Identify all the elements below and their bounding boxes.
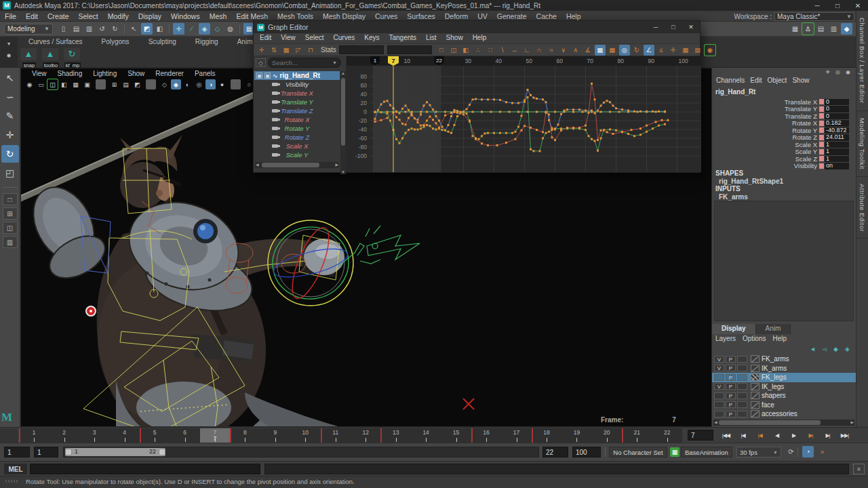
layer-playback-toggle[interactable]: P <box>726 392 736 399</box>
channel-box-menu-item[interactable]: Show <box>791 77 813 84</box>
absolute-view-icon[interactable]: □ <box>436 45 447 56</box>
shelf-button[interactable]: ▲ toolbo <box>42 48 60 68</box>
graph-editor-menu-item[interactable]: Keys <box>359 34 384 43</box>
menu-item[interactable]: Edit <box>21 12 43 21</box>
scroll-right-icon[interactable]: ▶ <box>850 420 854 424</box>
range-slider-track[interactable]: 1 22 <box>63 447 539 458</box>
layer-type-icon[interactable] <box>751 401 760 409</box>
panel-menu-item[interactable]: View <box>26 69 52 79</box>
menu-set-dropdown[interactable]: Modeling▼ <box>4 24 53 35</box>
solo-toggle-icon[interactable]: ▣ <box>264 73 271 79</box>
select-component-icon[interactable]: ◧ <box>154 23 165 35</box>
layer-playback-toggle[interactable]: P <box>726 356 736 363</box>
minimize-button[interactable]: ─ <box>647 24 665 30</box>
channel-value-field[interactable]: 0.182 <box>825 120 849 127</box>
step-back-frame-button[interactable]: |◀ <box>734 428 751 442</box>
shaded-icon[interactable]: ◆ <box>171 79 181 89</box>
layer-row[interactable]: P accessories <box>712 409 856 419</box>
attribute-editor-toggle-icon[interactable]: ▥ <box>828 23 840 35</box>
auto-keyframe-toggle[interactable]: ◔ <box>802 446 814 458</box>
undo-icon[interactable]: ↺ <box>96 23 108 35</box>
graph-editor-titlebar[interactable]: M Graph Editor ─ □ ✕ <box>254 21 700 33</box>
graph-editor-menu-item[interactable]: Curves <box>329 34 360 43</box>
snap-plane-icon[interactable]: ◇ <box>212 23 223 35</box>
playback-loop-icon[interactable]: ⟳ <box>785 446 797 458</box>
outliner-channel-row[interactable]: Translate Y <box>254 98 340 106</box>
outliner-channel-row[interactable]: Scale X <box>254 142 340 150</box>
shape-node-name[interactable]: rig_Hand_RtShape1 <box>719 178 783 185</box>
wireframe-icon[interactable]: ◇ <box>159 79 170 89</box>
free-tangent-weight-icon[interactable]: ∡ <box>583 45 593 56</box>
channel-box-menu-item[interactable]: Object <box>766 77 791 84</box>
layer-row[interactable]: V P FK_arms <box>712 354 856 364</box>
insert-keys-icon[interactable]: ⇅ <box>269 45 279 56</box>
mel-toggle-button[interactable]: MEL <box>4 464 27 474</box>
layer-editor-menu-item[interactable]: Help <box>770 335 791 342</box>
layer-playback-toggle[interactable]: P <box>726 411 736 418</box>
move-layer-down-icon[interactable]: ◅ <box>819 344 829 353</box>
layer-row[interactable]: V P IK_arms <box>712 364 856 373</box>
layer-row[interactable]: P FK_legs <box>712 373 856 382</box>
layer-editor-hscrollbar[interactable]: ◀ ▶ <box>713 420 854 426</box>
channel-row[interactable]: Visibility on <box>712 163 856 170</box>
panel-menu-item[interactable]: Show <box>122 69 150 79</box>
menu-item[interactable]: Surfaces <box>402 12 439 21</box>
scroll-left-icon[interactable]: ◀ <box>714 420 717 424</box>
channel-value-field[interactable]: 24.011 <box>825 134 849 141</box>
post-infinity-icon[interactable]: ≤ <box>656 45 667 56</box>
layer-editor-menu-item[interactable]: Options <box>741 335 770 342</box>
graph-editor-menu-item[interactable]: View <box>276 34 300 43</box>
film-fit-icon[interactable]: ▤ <box>121 79 131 89</box>
sidebar-tab[interactable]: Modeling Toolkit <box>856 111 868 177</box>
panel-menu-item[interactable]: Shading <box>52 69 88 79</box>
redo-icon[interactable]: ↻ <box>109 23 121 35</box>
channel-row[interactable]: Scale X 1 <box>712 141 856 148</box>
layer-row[interactable]: V P IK_legs <box>712 382 856 392</box>
close-button[interactable]: ✕ <box>848 2 868 9</box>
channel-row[interactable]: Rotate X 0.182 <box>712 120 856 127</box>
step-back-key-button[interactable]: |◀ <box>751 428 768 442</box>
move-tool[interactable]: ✛ <box>1 126 19 144</box>
time-slider-ruler[interactable]: 712345678910111213141516171819202122 <box>19 428 682 443</box>
open-scene-icon[interactable]: ▤ <box>71 23 82 35</box>
layout-single-pane[interactable]: □ <box>3 193 18 205</box>
command-input[interactable] <box>30 464 260 474</box>
close-button[interactable]: ✕ <box>682 24 700 30</box>
separator[interactable] <box>231 79 241 89</box>
layer-display-toggle[interactable] <box>737 365 747 371</box>
panel-menu-item[interactable]: Renderer <box>150 69 189 79</box>
minimize-button[interactable]: ─ <box>807 2 827 9</box>
safe-action-icon[interactable]: ▣ <box>82 79 92 89</box>
layout-two-pane[interactable]: ◫ <box>3 222 18 234</box>
modeling-toolkit-icon[interactable]: ▦ <box>789 23 801 35</box>
outliner-channel-row[interactable]: Scale Y <box>254 150 340 159</box>
region-tool-icon[interactable]: ◸ <box>293 45 304 56</box>
menu-item[interactable]: Windows <box>166 12 205 21</box>
menu-item[interactable]: UV <box>473 12 492 21</box>
channel-value-field[interactable]: -40.872 <box>825 127 849 134</box>
layer-type-icon[interactable] <box>751 410 760 418</box>
scale-tool[interactable]: ◰ <box>1 164 19 182</box>
outliner-node-row[interactable]: ▣ ▣ ∿ rig_Hand_Rt <box>254 71 340 80</box>
select-tool[interactable]: ↖ <box>1 69 19 87</box>
search-box[interactable]: ▼ <box>268 58 341 68</box>
lights-icon[interactable]: ◎ <box>194 79 204 89</box>
separator[interactable] <box>124 24 125 33</box>
channel-row[interactable]: Rotate Z 24.011 <box>712 134 856 142</box>
pre-infinity-icon[interactable]: ∠ <box>644 45 654 56</box>
layer-type-icon[interactable] <box>751 365 760 372</box>
channel-row[interactable]: Translate X 0 <box>712 98 856 106</box>
menu-item[interactable]: Select <box>74 12 103 21</box>
animation-start-field[interactable] <box>4 447 30 458</box>
channel-value-field[interactable]: on <box>825 163 849 169</box>
layer-editor-menu-item[interactable]: Layers <box>713 335 741 342</box>
layer-row[interactable]: P shapers <box>712 391 856 401</box>
layer-type-icon[interactable] <box>751 392 760 399</box>
outliner-channel-row[interactable]: Translate Z <box>254 106 340 115</box>
new-scene-icon[interactable]: ▯ <box>58 23 69 35</box>
shelf-tab[interactable]: Curves / Surfaces <box>19 38 92 47</box>
rotate-tool[interactable]: ↻ <box>1 145 19 163</box>
fast-manip-icon[interactable]: ◉ <box>844 68 852 76</box>
shelf-button[interactable]: ▲ snap <box>20 48 38 68</box>
retime-tool-icon[interactable]: ⊓ <box>305 45 316 56</box>
